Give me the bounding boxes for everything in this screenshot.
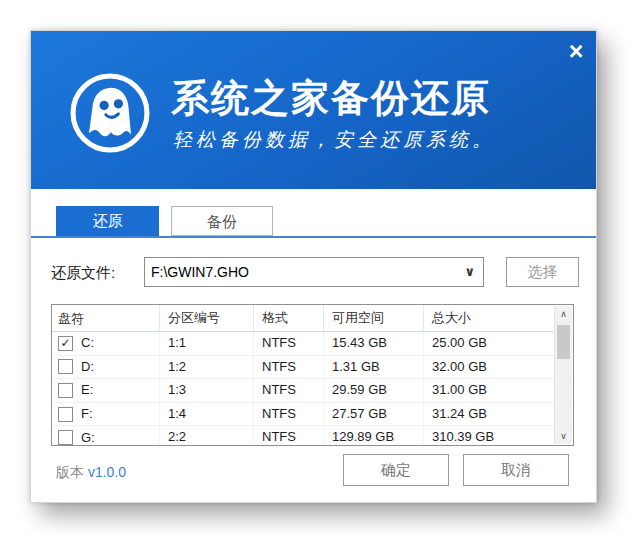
column-header-total-size[interactable]: 总大小 [424,305,555,331]
column-header-free-space[interactable]: 可用空间 [324,305,424,331]
restore-file-combobox[interactable]: F:\GWIN7.GHO ∨ [144,257,484,287]
row-checkbox[interactable] [58,407,73,422]
app-window: × 系统之家备份还原 轻松备份数据，安全还原系统。 还原 备份 还原文件: F:… [30,30,597,503]
table-row[interactable]: F: 1:4 NTFS 27.57 GB 31.24 GB [52,403,573,427]
row-checkbox[interactable] [58,359,73,374]
tab-underline [31,236,596,238]
drive-letter: E: [81,379,93,401]
free-space: 15.43 GB [324,332,424,355]
chevron-down-icon[interactable]: ∨ [464,264,475,279]
partition-table: 盘符 分区编号 格式 可用空间 总大小 ✓C: 1:1 NTFS 15.43 G… [51,304,574,446]
app-subtitle: 轻松备份数据，安全还原系统。 [173,127,495,153]
ghost-logo-icon [68,71,152,155]
tab-restore[interactable]: 还原 [56,206,159,236]
scroll-up-icon[interactable]: ∧ [555,306,572,322]
ok-button[interactable]: 确定 [343,454,449,486]
format: NTFS [254,379,324,402]
column-header-partition[interactable]: 分区编号 [160,305,254,331]
app-title: 系统之家备份还原 [171,73,491,124]
tab-backup[interactable]: 备份 [171,206,273,236]
table-header-row: 盘符 分区编号 格式 可用空间 总大小 [52,305,573,332]
table-row[interactable]: G: 2:2 NTFS 129.89 GB 310.39 GB [52,426,573,446]
close-icon[interactable]: × [562,38,590,66]
cancel-button[interactable]: 取消 [463,454,569,486]
table-scrollbar[interactable]: ∧ ∨ [554,306,572,444]
restore-file-value: F:\GWIN7.GHO [151,264,249,280]
drive-letter: D: [81,356,94,378]
partition-id: 1:3 [160,379,254,402]
version-number: v1.0.0 [88,464,126,480]
restore-file-label: 还原文件: [51,264,115,283]
total-size: 31.00 GB [424,379,555,402]
partition-id: 1:4 [160,403,254,426]
format: NTFS [254,426,324,446]
total-size: 310.39 GB [424,426,555,446]
format: NTFS [254,403,324,426]
table-row[interactable]: D: 1:2 NTFS 1.31 GB 32.00 GB [52,356,573,380]
table-row[interactable]: E: 1:3 NTFS 29.59 GB 31.00 GB [52,379,573,403]
total-size: 32.00 GB [424,356,555,379]
column-header-format[interactable]: 格式 [254,305,324,331]
scrollbar-thumb[interactable] [557,325,570,359]
total-size: 25.00 GB [424,332,555,355]
drive-letter: G: [81,427,95,446]
column-header-drive[interactable]: 盘符 [52,305,160,331]
version-text: 版本 v1.0.0 [56,464,126,482]
scroll-down-icon[interactable]: ∨ [555,428,572,444]
select-file-button[interactable]: 选择 [506,257,579,287]
partition-id: 2:2 [160,426,254,446]
free-space: 29.59 GB [324,379,424,402]
partition-id: 1:2 [160,356,254,379]
free-space: 129.89 GB [324,426,424,446]
free-space: 1.31 GB [324,356,424,379]
drive-letter: C: [81,332,94,354]
format: NTFS [254,332,324,355]
drive-letter: F: [81,403,93,425]
app-header: × 系统之家备份还原 轻松备份数据，安全还原系统。 [31,31,596,189]
total-size: 31.24 GB [424,403,555,426]
free-space: 27.57 GB [324,403,424,426]
version-label: 版本 [56,464,84,480]
row-checkbox[interactable] [58,383,73,398]
row-checkbox-checked[interactable]: ✓ [58,336,73,351]
row-checkbox[interactable] [58,430,73,445]
format: NTFS [254,356,324,379]
partition-id: 1:1 [160,332,254,355]
table-row[interactable]: ✓C: 1:1 NTFS 15.43 GB 25.00 GB [52,332,573,356]
